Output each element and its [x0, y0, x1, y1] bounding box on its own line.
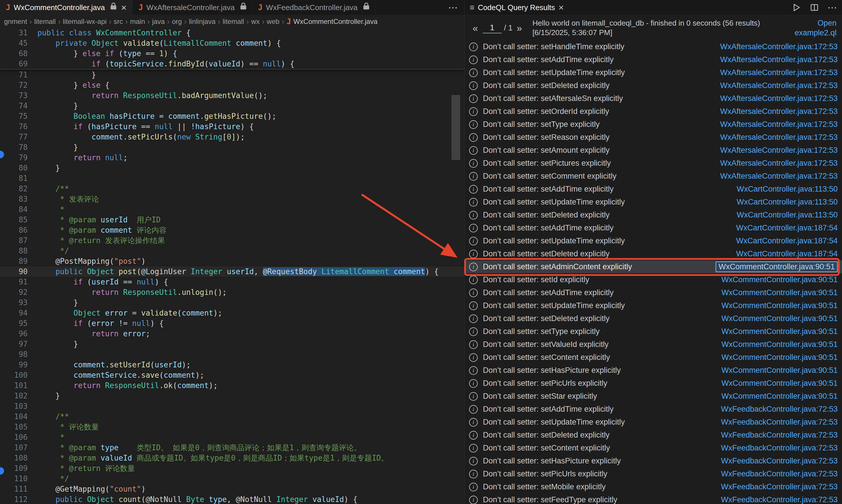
code-line-97[interactable]: 97 } [0, 339, 464, 349]
result-row[interactable]: iDon’t call setter: setType explicitlyWx… [464, 118, 842, 131]
open-query-link[interactable]: Open example2.ql [788, 18, 837, 38]
code-line-77[interactable]: 77 comment.setPicUrls(new String[0]); [0, 132, 464, 142]
result-row[interactable]: iDon’t call setter: setUpdateTime explic… [464, 66, 842, 79]
result-row[interactable]: iDon’t call setter: setMobile explicitly… [464, 481, 842, 493]
result-row[interactable]: iDon’t call setter: setAddTime explicitl… [464, 286, 842, 299]
line-number[interactable]: 76 [0, 121, 37, 132]
result-row[interactable]: iDon’t call setter: setUpdateTime explic… [464, 299, 842, 312]
code-line-96[interactable]: 96 return error; [0, 328, 464, 339]
next-page-button[interactable]: » [514, 22, 525, 34]
line-number[interactable]: 71 [0, 70, 37, 80]
result-location-link[interactable]: WxCommentController.java:90:51 [721, 353, 838, 362]
result-location-link[interactable]: WxCartController.java:187:54 [736, 223, 838, 232]
line-number[interactable]: 102 [0, 391, 37, 401]
code-line-98[interactable]: 98 [0, 349, 464, 360]
result-row[interactable]: iDon’t call setter: setUpdateTime explic… [464, 416, 842, 429]
line-number[interactable]: 111 [0, 484, 37, 494]
result-location-link[interactable]: WxAftersaleController.java:172:53 [720, 94, 838, 103]
code-line-100[interactable]: 100 commentService.save(comment); [0, 370, 464, 380]
breadcrumb-item[interactable]: litemall [34, 18, 56, 25]
code-line-99[interactable]: 99 comment.setUserId(userId); [0, 360, 464, 370]
result-location-link[interactable]: WxAftersaleController.java:172:53 [720, 81, 838, 90]
result-row[interactable]: iDon’t call setter: setPictures explicit… [464, 157, 842, 170]
result-row[interactable]: iDon’t call setter: setHandleTime explic… [464, 40, 842, 53]
line-number[interactable]: 99 [0, 360, 37, 370]
code-line-82[interactable]: 82 /** [0, 183, 464, 194]
run-query-icon[interactable] [792, 3, 802, 12]
split-editor-icon[interactable] [809, 3, 819, 12]
code-line-106[interactable]: 106 * [0, 432, 464, 443]
results-panel-tab[interactable]: ≡ CodeQL Query Results × [464, 0, 569, 15]
code-line-73[interactable]: 73 return ResponseUtil.badArgumentValue(… [0, 90, 464, 101]
result-row[interactable]: iDon’t call setter: setDeleted explicitl… [464, 79, 842, 92]
code-line-75[interactable]: 75 Boolean hasPicture = comment.getHasPi… [0, 111, 464, 121]
code-line-69[interactable]: 69 if (topicService.findById(valueId) ==… [0, 59, 464, 69]
line-number[interactable]: 101 [0, 380, 37, 391]
page-number-input[interactable] [483, 23, 502, 33]
code-line-110[interactable]: 110 */ [0, 473, 464, 484]
result-location-link[interactable]: WxFeedbackController.java:72:53 [721, 405, 838, 414]
result-row[interactable]: iDon’t call setter: setComment explicitl… [464, 170, 842, 183]
result-location-link[interactable]: WxCommentController.java:90:51 [721, 288, 838, 297]
code-line-90[interactable]: 90 public Object post(@LoginUser Integer… [0, 266, 464, 277]
result-row[interactable]: iDon’t call setter: setType explicitlyWx… [464, 325, 842, 338]
result-row[interactable]: iDon’t call setter: setHasPicture explic… [464, 454, 842, 467]
breadcrumb-item[interactable]: gnment [4, 18, 27, 25]
result-location-link[interactable]: WxFeedbackController.java:72:53 [721, 456, 838, 465]
line-number[interactable]: 86 [0, 225, 37, 235]
result-row[interactable]: iDon’t call setter: setUpdateTime explic… [464, 234, 842, 247]
result-location-link[interactable]: WxFeedbackController.java:72:53 [721, 482, 838, 491]
result-location-link[interactable]: WxFeedbackController.java:72:53 [721, 469, 838, 479]
code-line-91[interactable]: 91 if (userId == null) { [0, 277, 464, 287]
line-number[interactable]: 79 [0, 152, 37, 163]
code-line-112[interactable]: 112 public Object count(@NotNull Byte ty… [0, 494, 464, 504]
result-row[interactable]: iDon’t call setter: setAddTime explicitl… [464, 221, 842, 234]
code-line-89[interactable]: 89 @PostMapping("post") [0, 256, 464, 266]
line-number[interactable]: 96 [0, 328, 37, 339]
result-location-link[interactable]: WxCartController.java:187:54 [736, 249, 838, 258]
line-number[interactable]: 72 [0, 80, 37, 90]
code-line-80[interactable]: 80 } [0, 163, 464, 173]
breadcrumb-item[interactable]: wx [251, 18, 259, 25]
line-number[interactable]: 100 [0, 370, 37, 380]
result-row[interactable]: iDon’t call setter: setHasPicture explic… [464, 364, 842, 377]
result-location-link[interactable]: WxAftersaleController.java:172:53 [720, 55, 838, 64]
code-line-108[interactable]: 108 * @param valueId 商品或专题ID。如果type是0，则是… [0, 453, 464, 463]
result-location-link[interactable]: WxCommentController.java:90:51 [721, 392, 838, 401]
code-line-93[interactable]: 93 } [0, 298, 464, 308]
more-actions-icon[interactable]: ⋯ [827, 3, 837, 12]
editor-scrollbar[interactable] [451, 95, 460, 160]
code-line-79[interactable]: 79 return null; [0, 152, 464, 163]
result-row[interactable]: iDon’t call setter: setDeleted explicitl… [464, 312, 842, 325]
breadcrumb-item[interactable]: main [130, 18, 145, 25]
code-line-107[interactable]: 107 * @param type 类型ID。 如果是0，则查询商品评论；如果是… [0, 443, 464, 453]
code-line-31[interactable]: 31public class WxCommentController { [0, 28, 464, 38]
result-location-link[interactable]: WxCommentController.java:90:51 [721, 340, 838, 349]
result-location-link[interactable]: WxAftersaleController.java:172:53 [720, 68, 838, 77]
result-row[interactable]: iDon’t call setter: setStar explicitlyWx… [464, 390, 842, 403]
result-row[interactable]: iDon’t call setter: setPicUrls explicitl… [464, 377, 842, 390]
line-number[interactable]: 92 [0, 287, 37, 298]
line-number[interactable]: 31 [0, 28, 37, 38]
code-line-103[interactable]: 103 [0, 401, 464, 411]
code-line-85[interactable]: 85 * @param userId 用户ID [0, 215, 464, 225]
line-number[interactable]: 74 [0, 101, 37, 111]
result-location-link[interactable]: WxCommentController.java:90:51 [721, 366, 838, 375]
result-row[interactable]: iDon’t call setter: setAmount explicitly… [464, 144, 842, 157]
line-number[interactable]: 73 [0, 90, 37, 101]
line-number[interactable]: 90 [0, 266, 37, 277]
line-number[interactable]: 69 [0, 59, 37, 69]
close-icon[interactable]: × [559, 3, 564, 12]
result-location-link[interactable]: WxCartController.java:187:54 [736, 236, 838, 246]
line-number[interactable]: 110 [0, 473, 37, 484]
code-line-86[interactable]: 86 * @param comment 评论内容 [0, 225, 464, 235]
result-location-link[interactable]: WxAftersaleController.java:172:53 [720, 42, 838, 51]
code-line-94[interactable]: 94 Object error = validate(comment); [0, 308, 464, 318]
editor-more-actions-icon[interactable]: ⋯ [442, 0, 464, 15]
code-line-83[interactable]: 83 * 发表评论 [0, 194, 464, 204]
result-location-link[interactable]: WxCartController.java:113:50 [737, 211, 838, 219]
result-location-link[interactable]: WxAftersaleController.java:172:53 [720, 107, 838, 116]
result-location-link[interactable]: WxCommentController.java:90:51 [721, 314, 838, 323]
line-number[interactable]: 112 [0, 494, 37, 504]
line-number[interactable]: 94 [0, 308, 37, 318]
